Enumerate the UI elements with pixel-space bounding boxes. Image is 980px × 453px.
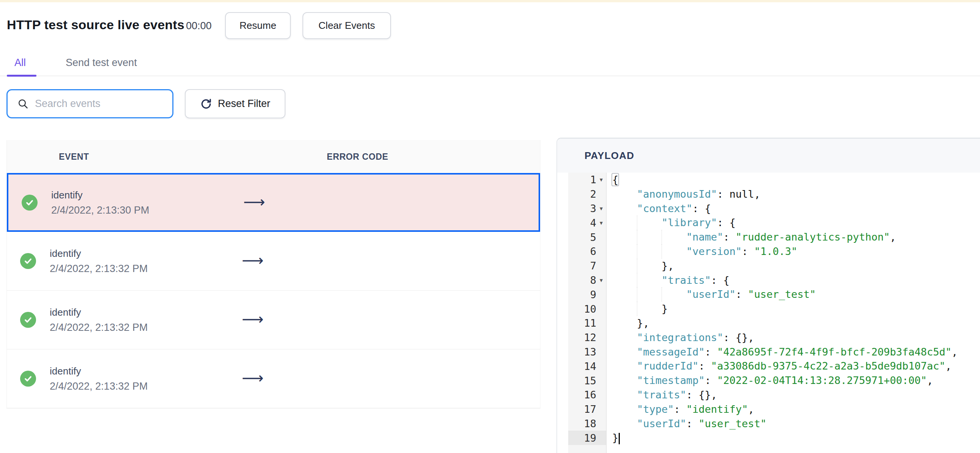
indent-guide xyxy=(662,287,686,302)
indent-guide xyxy=(612,345,637,359)
code-line-content[interactable]: "traits": {}, xyxy=(606,388,980,402)
code-line-content[interactable]: "type": "identify", xyxy=(606,402,980,416)
search-input[interactable] xyxy=(35,98,169,110)
code-line-content[interactable]: "name": "rudder-analytics-python", xyxy=(606,230,980,244)
line-number: 19 xyxy=(584,432,596,444)
code-line[interactable]: 18"userId": "user_test" xyxy=(557,416,980,431)
code-line[interactable]: 9"userId": "user_test" xyxy=(557,287,980,302)
active-tab-ink-bar xyxy=(7,75,37,76)
code-line[interactable]: 1▾{ xyxy=(557,173,980,187)
payload-json-editor[interactable]: 1▾{2"anonymousId": null,3▾"context": {4▾… xyxy=(557,173,980,453)
payload-title: PAYLOAD xyxy=(584,150,634,162)
chevron-down-icon[interactable]: ▾ xyxy=(596,176,606,183)
code-line-content[interactable]: "messageId": "42a8695f-72f4-4f9f-bfcf-20… xyxy=(606,345,980,359)
code-line-content[interactable]: }, xyxy=(606,316,980,331)
tab-all[interactable]: All xyxy=(14,57,26,69)
code-line-content[interactable]: "library": { xyxy=(606,216,980,230)
event-row[interactable]: identify 2/4/2022, 2:13:32 PM ⟶ xyxy=(7,291,540,350)
code-line[interactable]: 15"timestamp": "2022-02-04T14:13:28.2759… xyxy=(557,374,980,388)
indent-guide xyxy=(637,216,662,230)
code-line-content[interactable]: "version": "1.0.3" xyxy=(606,244,980,259)
events-table: EVENT ERROR CODE identify 2/4/2022, 2:13… xyxy=(6,140,541,408)
indent-guide xyxy=(637,287,662,302)
line-number-gutter: 14 xyxy=(568,359,606,374)
code-line[interactable]: 7}, xyxy=(557,259,980,273)
code-line-content[interactable]: } xyxy=(606,431,980,445)
code-line[interactable]: 12"integrations": {}, xyxy=(557,331,980,345)
tab-send-test-event[interactable]: Send test event xyxy=(66,57,137,69)
line-number-gutter: 10 xyxy=(568,302,606,316)
code-line-content[interactable]: "rudderId": "a33086db-9375-4c22-a2a3-b5d… xyxy=(606,359,980,374)
code-line[interactable]: 11}, xyxy=(557,316,980,331)
chevron-down-icon[interactable]: ▾ xyxy=(596,277,606,284)
line-number: 15 xyxy=(584,375,596,386)
code-line[interactable]: 6"version": "1.0.3" xyxy=(557,244,980,259)
event-row[interactable]: identify 2/4/2022, 2:13:32 PM ⟶ xyxy=(7,232,540,291)
event-row[interactable]: identify 2/4/2022, 2:13:30 PM ⟶ xyxy=(7,173,540,232)
code-line-content[interactable]: "userId": "user_test" xyxy=(606,287,980,302)
line-number: 3 xyxy=(590,203,596,215)
event-type: identify xyxy=(51,189,149,201)
line-number: 11 xyxy=(584,317,596,329)
code-line-content[interactable]: "userId": "user_test" xyxy=(606,416,980,431)
line-number-gutter: 1▾ xyxy=(568,173,606,187)
line-number-gutter: 4▾ xyxy=(568,216,606,230)
code-line-content[interactable]: }, xyxy=(606,259,980,273)
code-line-content[interactable]: "timestamp": "2022-02-04T14:13:28.275971… xyxy=(606,374,980,388)
line-number: 1 xyxy=(590,174,596,186)
event-timestamp: 2/4/2022, 2:13:32 PM xyxy=(50,263,148,275)
event-timestamp: 2/4/2022, 2:13:32 PM xyxy=(50,322,148,334)
page-title: HTTP test source live events xyxy=(7,17,185,32)
check-circle-icon xyxy=(20,312,36,328)
line-number-gutter: 13 xyxy=(568,345,606,359)
code-line[interactable]: 5"name": "rudder-analytics-python", xyxy=(557,230,980,244)
reset-filter-label: Reset Filter xyxy=(218,98,270,110)
code-line[interactable]: 16"traits": {}, xyxy=(557,388,980,402)
code-line-content[interactable]: } xyxy=(606,302,980,316)
code-tokens: "context": { xyxy=(637,202,711,216)
chevron-down-icon[interactable]: ▾ xyxy=(596,219,606,227)
code-line-content[interactable]: "context": { xyxy=(606,202,980,216)
long-right-arrow-icon: ⟶ xyxy=(242,251,263,269)
code-line-content[interactable]: { xyxy=(606,173,980,187)
resume-button[interactable]: Resume xyxy=(225,12,291,39)
indent-guide xyxy=(612,374,637,388)
code-tokens: "traits": { xyxy=(662,273,730,288)
indent-guide xyxy=(612,202,637,216)
indent-guide xyxy=(637,302,662,316)
code-tokens: "name": "rudder-analytics-python", xyxy=(686,230,896,244)
code-line-content[interactable]: "anonymousId": null, xyxy=(606,187,980,202)
magnifier-icon xyxy=(18,98,29,110)
code-tokens: "timestamp": "2022-02-04T14:13:28.275971… xyxy=(637,374,933,388)
code-tokens: "userId": "user_test" xyxy=(686,287,816,302)
indent-guide xyxy=(612,388,637,402)
indent-guide xyxy=(612,359,637,374)
code-line[interactable]: 8▾"traits": { xyxy=(557,273,980,288)
code-line[interactable]: 14"rudderId": "a33086db-9375-4c22-a2a3-b… xyxy=(557,359,980,374)
code-line-content[interactable]: "integrations": {}, xyxy=(606,331,980,345)
event-type: identify xyxy=(50,248,148,259)
refresh-icon xyxy=(200,98,212,110)
long-right-arrow-icon: ⟶ xyxy=(243,193,265,211)
code-line[interactable]: 4▾"library": { xyxy=(557,216,980,230)
event-type: identify xyxy=(50,366,148,377)
line-number: 2 xyxy=(590,188,596,200)
code-line[interactable]: 13"messageId": "42a8695f-72f4-4f9f-bfcf-… xyxy=(557,345,980,359)
line-number: 12 xyxy=(584,332,596,343)
code-line[interactable]: 2"anonymousId": null, xyxy=(557,187,980,202)
payload-panel: PAYLOAD 1▾{2"anonymousId": null,3▾"conte… xyxy=(557,138,980,453)
event-row[interactable]: identify 2/4/2022, 2:13:32 PM ⟶ xyxy=(7,350,540,408)
code-tokens: "version": "1.0.3" xyxy=(686,244,797,259)
code-line[interactable]: 19} xyxy=(557,431,980,445)
event-text-block: identify 2/4/2022, 2:13:30 PM xyxy=(51,189,149,216)
code-line[interactable]: 10} xyxy=(557,302,980,316)
code-line-content[interactable]: "traits": { xyxy=(606,273,980,288)
code-tokens: "messageId": "42a8695f-72f4-4f9f-bfcf-20… xyxy=(637,345,958,359)
clear-events-button[interactable]: Clear Events xyxy=(302,12,391,39)
code-line[interactable]: 3▾"context": { xyxy=(557,202,980,216)
code-line[interactable]: 17"type": "identify", xyxy=(557,402,980,416)
chevron-down-icon[interactable]: ▾ xyxy=(596,205,606,212)
code-tokens: "type": "identify", xyxy=(637,402,754,416)
reset-filter-button[interactable]: Reset Filter xyxy=(185,89,285,118)
search-events-box[interactable] xyxy=(6,89,173,118)
